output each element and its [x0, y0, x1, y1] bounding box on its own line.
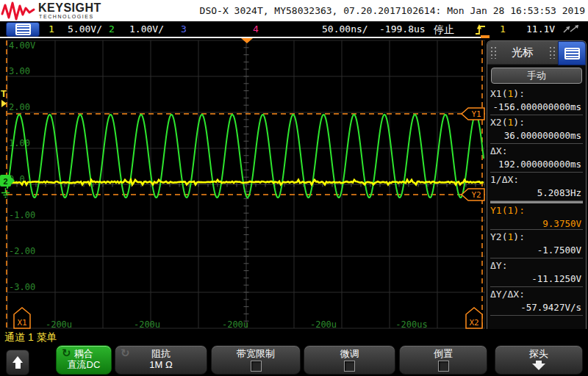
cursor-mode-button[interactable]: 手动 — [491, 68, 582, 84]
softkey-value: 直流DC — [57, 359, 111, 371]
softkey-menu-title: 通道 1 菜单 — [4, 331, 57, 344]
cursor-readouts: X1(1):-156.000000000msX2(1):36.000000000… — [487, 87, 586, 316]
channel-3-number[interactable]: 3 — [181, 24, 187, 35]
trigger-level-arrow-icon[interactable] — [1, 100, 7, 107]
softkey-label: 探头 — [495, 348, 582, 359]
cursor-readout-value: 5.2083Hz — [490, 187, 583, 200]
softkey-1[interactable]: ↻耦合直流DC — [56, 345, 112, 375]
cursor-readout-row: 1/ΔX:5.2083Hz — [490, 173, 583, 201]
cursor-readout-value: -156.000000000ms — [490, 101, 583, 114]
cursor-readout-label: Y2(1): — [490, 231, 583, 244]
down-arrow-icon — [495, 361, 582, 370]
cursor-readout-row: X2(1):36.000000000ms — [490, 115, 583, 144]
checkbox-icon — [438, 361, 449, 372]
channel-2-scale[interactable]: 1.00V/ — [129, 24, 164, 35]
cursor-readout-label: X1(1): — [490, 87, 583, 101]
softkey-label: 微调 — [304, 348, 395, 359]
timebase-scale[interactable]: 50.00ns/ — [322, 24, 368, 35]
trigger-level-marker[interactable]: T — [1, 88, 7, 99]
v-axis-label: 3.00 — [9, 66, 30, 76]
cursor-readout-label: ΔY: — [490, 259, 583, 272]
cursor-readout-value: 9.3750V — [490, 217, 583, 231]
channel-2-number[interactable]: 2 — [109, 24, 115, 35]
softkey-6[interactable]: 探头 — [495, 345, 583, 375]
waveform-display[interactable]: 4.00V3.002.001.000.0-1.00-2.00-3.00-200u… — [0, 38, 485, 332]
main-menu-button[interactable] — [6, 22, 40, 37]
drag-handle-icon[interactable] — [549, 46, 555, 59]
status-bar: 50.00ns/ -199.8us 停止 1 11.1V 15.00V/21.0… — [0, 21, 588, 37]
h-axis-label: -200u — [310, 319, 337, 330]
h-axis-label: -200u — [222, 319, 248, 330]
v-axis-label: 1.00 — [9, 138, 30, 148]
window-title: DSO-X 3024T, MY58032363, 07.20.201710261… — [200, 5, 585, 16]
cycle-icon: ↻ — [62, 347, 71, 360]
menu-icon — [564, 48, 580, 59]
softkey-5[interactable]: 倒置 — [399, 345, 487, 375]
cursor-y1-marker-label: Y1 — [471, 109, 481, 119]
h-axis-label: -200us — [395, 319, 427, 330]
cursor-panel-header: 光标 — [487, 41, 586, 65]
cursor-readout-row: ΔY:-11.1250V — [490, 258, 583, 287]
checkbox-icon — [251, 361, 262, 372]
cursor-readout-value: 192.000000000ms — [490, 158, 583, 171]
ch1-waveform — [7, 180, 484, 184]
v-axis-label: -2.00 — [9, 246, 35, 256]
softkey-menu: 通道 1 菜单 ↻耦合直流DC↻阻抗1M Ω带宽限制微调倒置探头 — [0, 329, 588, 376]
brand-name: KEYSIGHT — [38, 1, 101, 15]
trigger-source[interactable]: 1 — [500, 24, 506, 35]
run-state: 停止 — [434, 24, 454, 37]
cursor-readout-row: ΔX:192.000000000ms — [490, 144, 583, 173]
cursor-readout-value: -57.9427V/s — [490, 301, 583, 314]
cursor-panel-title: 光标 — [499, 46, 546, 59]
brand-subtitle: TECHNOLOGIES — [39, 14, 94, 19]
back-button[interactable] — [6, 350, 29, 375]
cursor-readout-row: Y1(1):9.3750V — [490, 201, 583, 230]
up-arrow-icon — [12, 356, 23, 363]
cursor-readout-value: -1.7500V — [490, 244, 583, 257]
cursor-panel: 光标 手动 X1(1):-156.000000000msX2(1):36.000… — [487, 40, 587, 336]
cursor-x1-marker-label: X1 — [17, 318, 26, 328]
h-axis-label: -200u — [46, 319, 72, 330]
softkey-3[interactable]: 带宽限制 — [211, 345, 301, 375]
softkey-4[interactable]: 微调 — [304, 345, 395, 375]
cursor-readout-value: -11.1250V — [490, 272, 583, 286]
drag-handle-icon[interactable] — [490, 46, 496, 59]
softkey-value: 1M Ω — [115, 359, 207, 371]
v-axis-label: -3.00 — [9, 282, 35, 292]
cursor-readout-row: X1(1):-156.000000000ms — [490, 87, 583, 115]
channel-4-number[interactable]: 4 — [253, 24, 259, 35]
channel-1-number[interactable]: 1 — [49, 24, 54, 35]
channel-1-scale[interactable]: 5.00V/ — [68, 24, 102, 35]
menu-icon — [15, 24, 31, 35]
cycle-icon: ↻ — [121, 347, 130, 360]
trigger-level[interactable]: 11.1V — [526, 24, 555, 35]
softkey-label: 带宽限制 — [212, 348, 300, 359]
cursor-readout-row: Y2(1):-1.7500V — [490, 230, 583, 258]
cursor-x2-marker-label: X2 — [469, 318, 478, 328]
cursor-readout-row: ΔY/ΔX:-57.9427V/s — [490, 287, 583, 316]
title-bar: KEYSIGHT TECHNOLOGIES DSO-X 3024T, MY580… — [0, 0, 588, 21]
v-axis-label: 4.00V — [9, 40, 35, 51]
oscilloscope-screen: KEYSIGHT TECHNOLOGIES DSO-X 3024T, MY580… — [0, 0, 588, 376]
cursor-readout-value: 36.000000000ms — [490, 129, 583, 142]
v-axis-label: -1.00 — [9, 210, 35, 220]
cursor-panel-menu-button[interactable] — [558, 41, 586, 65]
cursor-readout-label: 1/ΔX: — [490, 173, 583, 187]
h-axis-label: -200u — [134, 319, 160, 330]
trigger-edge-icon[interactable] — [475, 23, 487, 36]
ch2-marker-label: 2 — [3, 177, 7, 186]
cursor-readout-label: X2(1): — [490, 116, 583, 129]
cursor-readout-label: ΔX: — [490, 145, 583, 158]
softkey-2[interactable]: ↻阻抗1M Ω — [115, 345, 207, 375]
cursor-readout-label: ΔY/ΔX: — [490, 288, 583, 301]
cursor-readout-label: Y1(1): — [490, 204, 583, 217]
cursor-y2-marker-label: Y2 — [471, 190, 481, 200]
pan-zoom-icon[interactable] — [560, 23, 582, 36]
keysight-logo-icon — [0, 0, 37, 21]
checkbox-icon — [344, 361, 355, 372]
timebase-delay[interactable]: -199.8us — [379, 24, 426, 35]
v-axis-label: 2.00 — [9, 102, 30, 112]
softkey-label: 倒置 — [400, 348, 487, 359]
